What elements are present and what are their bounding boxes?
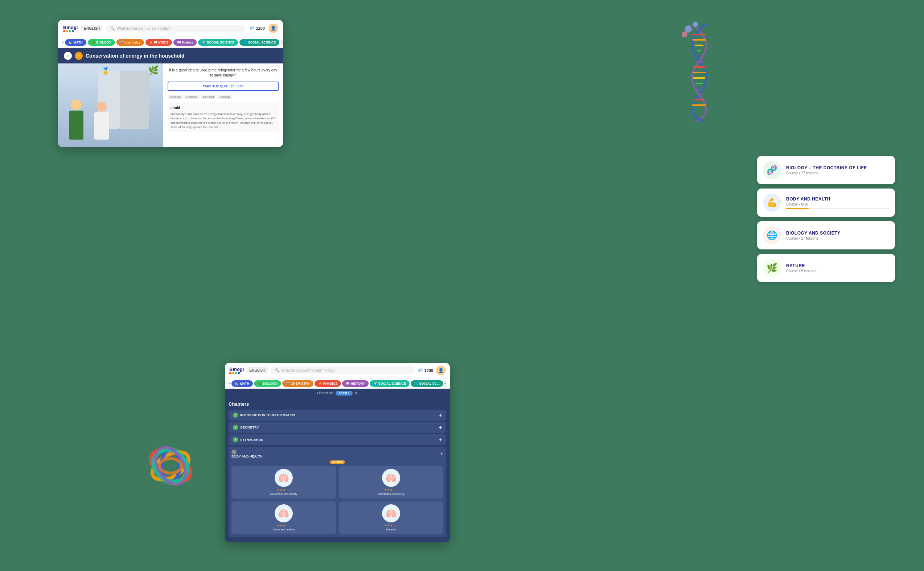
search-placeholder: What do you want to learn today? — [116, 26, 170, 31]
logo-dot-1 — [63, 30, 65, 32]
body-health-collapse[interactable]: + — [440, 451, 443, 457]
bottom-tab-math[interactable]: 📐 MATH — [231, 380, 253, 387]
course-title-nature: NATURE — [786, 263, 889, 268]
dna-helix-decoration — [663, 20, 735, 122]
bottom-search-icon: 🔍 — [275, 368, 279, 372]
course-info-biology-society: BIOLOGY AND SOCIETY Course • 27 lessons — [786, 231, 889, 240]
bottom-tab-social2[interactable]: 🌐 SOCIAL SC... — [411, 380, 443, 387]
video-panel[interactable]: 🥇 🌿 — [58, 63, 163, 147]
course-meta-body-health: Course • 8/38 — [786, 202, 889, 206]
bottom-dot-4 — [238, 372, 240, 374]
tab-history[interactable]: 📖 History — [173, 39, 197, 46]
bottom-tab-physics[interactable]: ⚡ PHYSICS — [314, 380, 341, 387]
top-lesson-window: Binogi ENGLISH 🔍 What do you want to lea… — [58, 20, 283, 147]
course-icon-nature: 🌿 — [763, 259, 781, 277]
course-card-biology-society[interactable]: 🌐 BIOLOGY AND SOCIETY Course • 27 lesson… — [757, 221, 895, 249]
star-1b: ★ — [384, 488, 387, 492]
chapter-left-intro-math: ✓ INTRODUCTION TO MATHEMATICS — [233, 412, 295, 418]
concept-tag-4[interactable]: Concept — [217, 95, 232, 99]
chapter-row-pythagaros[interactable]: ✓ PYTHAGAROS + — [229, 434, 446, 445]
chapter-label-intro-math: INTRODUCTION TO MATHEMATICS — [240, 413, 295, 417]
refrigerator-1 — [120, 71, 149, 129]
stars-malnutrition-2: ★ ★ ★ ★ ★ — [342, 488, 440, 492]
points-value: 1200 — [256, 26, 265, 31]
chapters-section: Chapters ✓ INTRODUCTION TO MATHEMATICS +… — [225, 398, 450, 542]
bottom-language-button[interactable]: ENGLISH — [247, 367, 268, 373]
filter-label: Filtered on: — [317, 391, 333, 395]
concept-tag-2[interactable]: Concept — [184, 95, 200, 99]
avatar[interactable]: 👤 — [268, 23, 278, 33]
filter-bar: Filtered on: FORM 1 ✕ — [225, 389, 450, 398]
tab-biology[interactable]: 🌿 BIOLOGY — [88, 39, 115, 46]
character-2 — [94, 102, 109, 140]
course-card-body-health[interactable]: 💪 BODY AND HEALTH Course • 8/38 — [757, 188, 895, 217]
chapter-check-pythagaros: ✓ — [233, 437, 238, 442]
course-title-biology-life: BIOLOGY – THE DOCTRINE OF LIFE — [786, 165, 889, 170]
lesson-card-malnutrition-1[interactable]: 🫁 ★ ★ ★ ★ ★ Malnutrition and obesity — [231, 466, 336, 498]
concept-tag-1[interactable]: Concept — [167, 95, 183, 99]
star-3: ★ — [283, 488, 285, 492]
right-course-cards: 🧬 BIOLOGY – THE DOCTRINE OF LIFE Course … — [757, 156, 895, 282]
logo-dot-2 — [66, 30, 68, 32]
body-health-left: ○ BODY AND HEALTH — [231, 449, 263, 458]
tab-chemistry[interactable]: ⚗️ chemistry — [116, 39, 144, 46]
concept-tag-3[interactable]: Concept — [201, 95, 216, 99]
lesson-header: ‹ ⚡ Conservation of energy in the househ… — [58, 48, 283, 63]
course-card-biology-life[interactable]: 🧬 BIOLOGY – THE DOCTRINE OF LIFE Course … — [757, 156, 895, 184]
plant-icon: 🌿 — [148, 65, 159, 76]
chapter-body-health: ○ BODY AND HEALTH + APPROX 🫁 ★ ★ ★ ★ ★ — [229, 447, 446, 537]
tab-physics[interactable]: ⚡ PHYSICS — [145, 39, 172, 46]
bottom-tab-history[interactable]: 📖 HISTORY — [342, 380, 368, 387]
star-5d: ★ — [396, 524, 398, 527]
bottom-logo-dots — [229, 372, 240, 374]
lesson-card-genes[interactable]: 🫁 ★ ★ ★ ★ ★ Genes and proteins — [231, 502, 336, 534]
chapter-row-intro-math[interactable]: ✓ INTRODUCTION TO MATHEMATICS + — [229, 410, 446, 421]
chapter-label-geometry: GEOMETRY — [240, 426, 258, 429]
bottom-search-bar[interactable]: 🔍 What do you want to learn today? — [271, 367, 414, 374]
top-navbar: Binogi ENGLISH 🔍 What do you want to lea… — [58, 20, 283, 37]
lesson-card-diabetes[interactable]: 🫁 ★ ★ ★ ★ ★ Diabetes — [339, 502, 443, 534]
medal-icon: 🥇 — [102, 67, 110, 75]
chapter-row-geometry[interactable]: ✓ GEOMETRY + — [229, 422, 446, 433]
take-quiz-button[interactable]: TAKE THE QUIZ 💎 +100 — [167, 82, 279, 91]
lesson-card-malnutrition-2[interactable]: 🫁 ★ ★ ★ ★ ★ Malnutrition and obesity — [339, 466, 443, 498]
tabs-prev-arrow[interactable]: ‹ — [62, 40, 63, 45]
language-button[interactable]: ENGLISH — [81, 25, 102, 32]
bottom-tab-chemistry[interactable]: ⚗️ CHEMISTRY — [282, 380, 313, 387]
filter-badge[interactable]: FORM 1 — [336, 391, 352, 395]
back-button[interactable]: ‹ — [64, 52, 72, 60]
tabs-next-arrow[interactable]: › — [281, 40, 283, 45]
logo-dot-4 — [72, 30, 74, 32]
course-card-nature[interactable]: 🌿 NATURE Course • 9 lessons — [757, 254, 895, 282]
bottom-points-value: 1200 — [424, 368, 433, 373]
lesson-icon-diabetes: 🫁 — [382, 504, 400, 522]
lesson-title: Conservation of energy in the household — [86, 53, 184, 59]
star-3c: ★ — [283, 524, 285, 527]
bottom-tabs-next[interactable]: › — [444, 381, 446, 386]
bottom-avatar[interactable]: 👤 — [436, 366, 446, 375]
course-icon-biology-society: 🌐 — [763, 226, 781, 244]
bottom-tab-social[interactable]: 🌍 SOCIAL SCIENCE — [370, 380, 410, 387]
lesson-label-genes: Genes and proteins — [234, 528, 333, 531]
course-meta-biology-society: Course • 27 lessons — [786, 236, 889, 240]
bottom-tab-biology[interactable]: 🌿 BIOLOGY — [254, 380, 281, 387]
tab-social-science[interactable]: 🌍 SOCIAL SCIENCE — [198, 39, 238, 46]
tab-social-science-2[interactable]: 🌐 SOCIAL SCIENCE — [240, 39, 279, 46]
quiz-question: It is a good idea to unplug the refriger… — [167, 68, 279, 78]
chapter-expand-intro-math[interactable]: + — [439, 412, 442, 418]
chapter-expand-pythagaros[interactable]: + — [439, 437, 442, 443]
bottom-tabs-prev[interactable]: ‹ — [229, 381, 231, 386]
svg-point-15 — [693, 22, 698, 27]
tab-math[interactable]: 📐 MATH — [65, 39, 86, 46]
course-icon-body-health: 💪 — [763, 194, 781, 212]
star-5c: ★ — [288, 524, 291, 527]
lesson-label-diabetes: Diabetes — [342, 528, 440, 531]
star-3d: ★ — [390, 524, 393, 527]
search-bar[interactable]: 🔍 What do you want to learn today? — [106, 25, 245, 32]
stars-genes: ★ ★ ★ ★ ★ — [234, 524, 333, 527]
course-info-nature: NATURE Course • 9 lessons — [786, 263, 889, 273]
chapter-expand-geometry[interactable]: + — [439, 424, 442, 431]
star-1d: ★ — [384, 524, 387, 527]
course-info-body-health: BODY AND HEALTH Course • 8/38 — [786, 196, 889, 209]
filter-close-icon[interactable]: ✕ — [355, 391, 358, 395]
